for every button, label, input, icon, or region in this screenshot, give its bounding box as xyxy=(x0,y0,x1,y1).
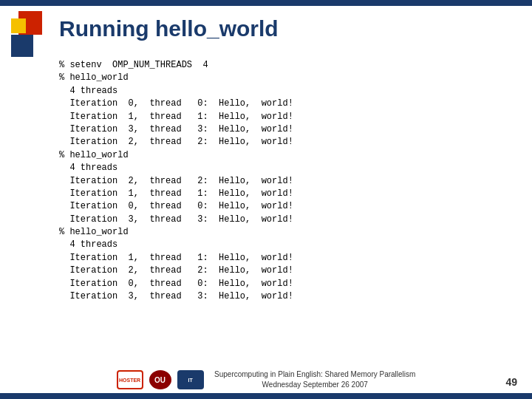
footer-logos: HOSTER OU IT xyxy=(117,370,204,389)
footer-line2: Wednesday September 26 2007 xyxy=(214,380,415,390)
it-logo: IT xyxy=(177,370,204,389)
top-bar xyxy=(0,0,532,6)
footer: HOSTER OU IT Supercomputing in Plain Eng… xyxy=(0,369,532,390)
page-title: Running hello_world xyxy=(59,16,279,41)
ou-logo: OU xyxy=(149,370,171,389)
logo-decoration xyxy=(11,11,52,52)
blue-square xyxy=(11,35,33,57)
page-number: 49 xyxy=(505,376,517,388)
main-content: % setenv OMP_NUM_THREADS 4 % hello_world… xyxy=(59,59,510,340)
footer-text: Supercomputing in Plain English: Shared … xyxy=(214,369,415,390)
code-block: % setenv OMP_NUM_THREADS 4 % hello_world… xyxy=(59,59,510,303)
footer-line1: Supercomputing in Plain English: Shared … xyxy=(214,369,415,380)
bottom-bar xyxy=(0,393,532,399)
hoster-logo: HOSTER xyxy=(117,370,143,389)
yellow-square xyxy=(11,18,26,33)
